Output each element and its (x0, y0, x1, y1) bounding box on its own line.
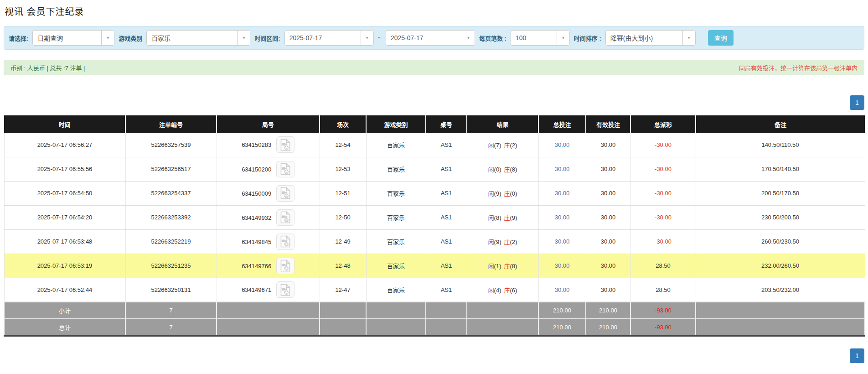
cell-result: 闲(8)庄(9) (467, 205, 538, 229)
chevron-down-icon[interactable]: ▼ (361, 31, 373, 45)
time-sort-input[interactable] (606, 31, 682, 45)
column-header-total-bet: 总投注 (538, 115, 586, 133)
round-id: 634149845 (242, 238, 271, 245)
result-banker: 庄(2) (504, 142, 517, 149)
video-replay-button[interactable] (276, 161, 294, 177)
result-player: 闲(4) (488, 287, 501, 294)
cell-round: 634149932 (217, 205, 320, 229)
filter-panel: 请选择: ▼ 游戏类别 ▼ 时间区间: ▼ ~ ▼ 每页笔数 : ▼ 时间排序 … (4, 26, 864, 50)
cell-valid-bet: 30.00 (586, 278, 630, 302)
query-type-combobox[interactable]: ▼ (32, 30, 114, 46)
total-bet-link[interactable]: 30.00 (555, 141, 570, 148)
cell-payout: -30.00 (630, 157, 696, 181)
total-bet-link[interactable]: 30.00 (555, 166, 570, 172)
video-replay-button[interactable] (276, 185, 294, 202)
cell-game: 百家乐 (366, 157, 426, 181)
cell-remark: 230.50/200.50 (696, 205, 865, 229)
cell-session: 12-51 (320, 181, 366, 205)
valid-bet-note: 同局有效投注，统一计算在该局第一张注单内 (739, 63, 858, 72)
page-size-input[interactable] (511, 31, 557, 45)
cell-round: 634149845 (217, 229, 320, 254)
cell-session: 12-53 (320, 157, 366, 181)
cell-time: 2025-07-17 06:54:20 (4, 205, 125, 229)
subtotal-valid-bet: 210.00 (586, 302, 630, 319)
table-row: 2025-07-17 06:56:27 522663257539 6341502… (4, 133, 865, 157)
cell-remark: 260.50/230.50 (696, 229, 865, 254)
cell-result: 闲(9)庄(2) (467, 229, 538, 254)
cell-total-bet: 30.00 (538, 157, 586, 181)
video-replay-button[interactable] (276, 281, 294, 298)
round-id: 634149932 (242, 214, 271, 221)
video-replay-button[interactable] (276, 258, 294, 274)
bet-records-table: 时间 注单编号 局号 场次 游戏类别 桌号 结果 总投注 有效投注 总派彩 备注… (4, 115, 865, 337)
cell-table-no: AS1 (426, 133, 467, 157)
total-bet-link[interactable]: 30.00 (555, 262, 570, 269)
chevron-down-icon[interactable]: ▼ (682, 31, 695, 45)
cell-bet-id: 522663251235 (125, 254, 217, 278)
total-count: 7 (125, 319, 217, 336)
page-button[interactable]: 1 (850, 95, 864, 110)
chevron-down-icon[interactable]: ▼ (101, 31, 114, 45)
column-header-valid-bet: 有效投注 (586, 115, 630, 133)
date-from-input[interactable] (285, 31, 361, 45)
column-header-bet-id: 注单编号 (125, 115, 217, 133)
video-file-icon (280, 139, 290, 151)
total-bet-link[interactable]: 30.00 (555, 286, 570, 293)
cell-table-no: AS1 (426, 229, 467, 254)
cell-result: 闲(4)庄(6) (467, 278, 538, 302)
page-size-combobox[interactable]: ▼ (511, 30, 570, 46)
cell-session: 12-48 (320, 254, 366, 278)
chevron-down-icon[interactable]: ▼ (462, 31, 475, 45)
time-sort-combobox[interactable]: ▼ (605, 30, 696, 46)
video-replay-button[interactable] (276, 234, 294, 250)
table-row: 2025-07-17 06:52:44 522663250131 6341496… (4, 278, 865, 302)
cell-table-no: AS1 (426, 254, 467, 278)
round-id: 634149766 (242, 262, 271, 269)
time-sort-label: 时间排序 : (574, 34, 601, 42)
round-id: 634150200 (242, 166, 271, 172)
cell-game: 百家乐 (366, 229, 426, 254)
chevron-down-icon[interactable]: ▼ (557, 31, 569, 45)
cell-remark: 232.00/260.50 (696, 254, 865, 278)
column-header-game: 游戏类别 (366, 115, 426, 133)
table-row: 2025-07-17 06:53:48 522663252219 6341498… (4, 229, 865, 254)
date-from-combobox[interactable]: ▼ (284, 30, 374, 46)
result-player: 闲(8) (488, 214, 501, 221)
video-file-icon (280, 260, 290, 272)
subtotal-row: 小计 7 210.00 210.00 -93.00 (4, 302, 865, 319)
date-to-combobox[interactable]: ▼ (386, 30, 475, 46)
cell-result: 闲(7)庄(2) (467, 133, 538, 157)
total-bet-link[interactable]: 30.00 (555, 214, 570, 221)
search-button[interactable]: 查询 (708, 30, 734, 46)
cell-valid-bet: 30.00 (586, 133, 630, 157)
cell-table-no: AS1 (426, 205, 467, 229)
cell-time: 2025-07-17 06:54:50 (4, 181, 125, 205)
column-header-remark: 备注 (696, 115, 865, 133)
currency-total-summary: 币别 : 人民币 | 总共 :7 注单 | (10, 63, 85, 72)
total-bet-link[interactable]: 30.00 (555, 190, 570, 197)
total-bet-link[interactable]: 30.00 (555, 238, 570, 245)
cell-remark: 170.50/140.50 (696, 157, 865, 181)
cell-valid-bet: 30.00 (586, 181, 630, 205)
cell-time: 2025-07-17 06:55:56 (4, 157, 125, 181)
video-replay-button[interactable] (276, 136, 294, 153)
cell-round: 634149766 (217, 254, 320, 278)
cell-round: 634150200 (217, 157, 320, 181)
chevron-down-icon[interactable]: ▼ (237, 31, 250, 45)
table-row: 2025-07-17 06:53:19 522663251235 6341497… (4, 254, 865, 278)
date-to-input[interactable] (386, 31, 462, 45)
cell-time: 2025-07-17 06:53:48 (4, 229, 125, 254)
cell-round: 634150009 (217, 181, 320, 205)
table-footer: 小计 7 210.00 210.00 -93.00 总计 7 210.00 21… (4, 302, 865, 336)
pagination-top: 1 (4, 95, 864, 110)
cell-table-no: AS1 (426, 181, 467, 205)
page-button[interactable]: 1 (850, 348, 864, 363)
game-category-combobox[interactable]: ▼ (146, 30, 250, 46)
game-category-input[interactable] (147, 31, 237, 45)
cell-valid-bet: 30.00 (586, 157, 630, 181)
result-banker: 庄(2) (504, 239, 517, 245)
video-replay-button[interactable] (276, 209, 294, 226)
query-type-input[interactable] (33, 31, 101, 45)
video-file-icon (280, 284, 290, 296)
total-label: 总计 (4, 319, 125, 336)
